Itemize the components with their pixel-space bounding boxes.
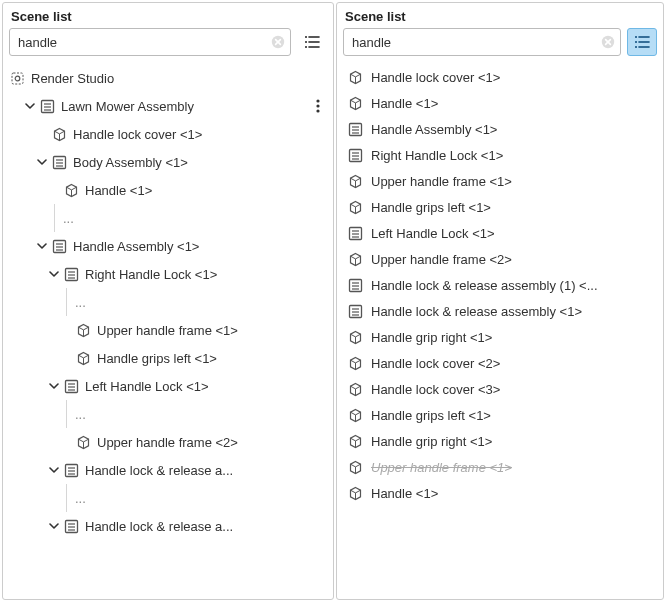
list-item[interactable]: Handle grip right <1> (337, 324, 663, 350)
flat-list-toggle[interactable] (627, 28, 657, 56)
list-item[interactable]: Handle <1> (337, 90, 663, 116)
tree-row[interactable]: Right Handle Lock <1> (3, 260, 333, 288)
tree-scroll-area[interactable]: Render StudioLawn Mower AssemblyHandle l… (3, 62, 333, 599)
chevron-down-icon[interactable] (47, 519, 61, 533)
list-item-label: Handle <1> (371, 96, 655, 111)
tree-row[interactable]: ... (3, 204, 333, 232)
part-icon (51, 126, 67, 142)
list-item-label: Handle Assembly <1> (371, 122, 655, 137)
tree-row[interactable]: Handle Assembly <1> (3, 232, 333, 260)
search-input[interactable] (343, 28, 621, 56)
tree-root-label: Render Studio (31, 71, 327, 86)
tree-row[interactable]: Handle lock & release a... (3, 456, 333, 484)
tree-row[interactable]: Body Assembly <1> (3, 148, 333, 176)
part-icon (347, 433, 363, 449)
list-item[interactable]: Handle grips left <1> (337, 194, 663, 220)
list-item[interactable]: Upper handle frame <2> (337, 246, 663, 272)
list-item[interactable]: Handle lock cover <3> (337, 376, 663, 402)
tree-ellipsis: ... (75, 407, 327, 422)
tree-item-label: Upper handle frame <1> (97, 323, 327, 338)
part-icon (347, 95, 363, 111)
part-icon (75, 434, 91, 450)
tree-item-label: Handle grips left <1> (97, 351, 327, 366)
list-item[interactable]: Left Handle Lock <1> (337, 220, 663, 246)
list-item[interactable]: Handle lock cover <1> (337, 64, 663, 90)
tree-row[interactable]: Upper handle frame <1> (3, 316, 333, 344)
chevron-down-icon[interactable] (35, 155, 49, 169)
list-item-label: Right Handle Lock <1> (371, 148, 655, 163)
list-item[interactable]: Handle <1> (337, 480, 663, 506)
list-item-label: Left Handle Lock <1> (371, 226, 655, 241)
list-item-label: Handle lock cover <3> (371, 382, 655, 397)
chevron-down-icon[interactable] (35, 239, 49, 253)
list-item[interactable]: Right Handle Lock <1> (337, 142, 663, 168)
tree-row[interactable]: Left Handle Lock <1> (3, 372, 333, 400)
tree-row[interactable]: ... (3, 484, 333, 512)
isolate-icon[interactable] (309, 97, 327, 115)
tree-item-label: Lawn Mower Assembly (61, 99, 305, 114)
clear-search-icon[interactable] (599, 33, 617, 51)
list-item-label: Handle lock & release assembly (1) <... (371, 278, 655, 293)
svg-point-45 (635, 46, 637, 48)
svg-rect-7 (12, 73, 23, 84)
list-item-label: Handle grip right <1> (371, 330, 655, 345)
list-item-label: Upper handle frame <1> (371, 460, 655, 475)
svg-point-5 (305, 46, 307, 48)
tree-row[interactable]: Handle lock cover <1> (3, 120, 333, 148)
list-item[interactable]: Upper handle frame <1> (337, 454, 663, 480)
tree-guide-line (47, 204, 61, 232)
list-item[interactable]: Handle Assembly <1> (337, 116, 663, 142)
chevron-down-icon[interactable] (47, 463, 61, 477)
assembly-icon (63, 378, 79, 394)
tree-guide-line (59, 400, 73, 428)
part-icon (347, 329, 363, 345)
svg-point-14 (316, 104, 319, 107)
tree-row[interactable]: Handle lock & release a... (3, 512, 333, 540)
tree-item-label: Handle <1> (85, 183, 327, 198)
tree-row[interactable]: Handle <1> (3, 176, 333, 204)
flat-list-toggle[interactable] (297, 28, 327, 56)
chevron-down-icon[interactable] (47, 267, 61, 281)
tree-row[interactable]: Upper handle frame <2> (3, 428, 333, 456)
tree-row[interactable]: Handle grips left <1> (3, 344, 333, 372)
part-icon (347, 459, 363, 475)
list-item[interactable]: Handle grip right <1> (337, 428, 663, 454)
part-icon (347, 355, 363, 371)
scene-list-panel-tree: Scene list Render StudioLawn Mower (2, 2, 334, 600)
clear-search-icon[interactable] (269, 33, 287, 51)
tree-root[interactable]: Render Studio (3, 64, 333, 92)
list-item[interactable]: Upper handle frame <1> (337, 168, 663, 194)
tree-ellipsis: ... (75, 491, 327, 506)
list-item-label: Handle grips left <1> (371, 408, 655, 423)
tree-row[interactable]: ... (3, 288, 333, 316)
list-item[interactable]: Handle lock & release assembly <1> (337, 298, 663, 324)
assembly-icon (347, 303, 363, 319)
part-icon (63, 182, 79, 198)
scene-list-panel-flat: Scene list Handle lock cover <1>Ha (336, 2, 664, 600)
assembly-icon (347, 121, 363, 137)
list-item-label: Upper handle frame <2> (371, 252, 655, 267)
tree-row[interactable]: ... (3, 400, 333, 428)
tree-ellipsis: ... (75, 295, 327, 310)
chevron-down-icon[interactable] (47, 379, 61, 393)
panel-title: Scene list (3, 3, 333, 28)
search-field-wrap (9, 28, 291, 56)
svg-point-41 (635, 36, 637, 38)
list-item[interactable]: Handle grips left <1> (337, 402, 663, 428)
list-item-label: Handle grip right <1> (371, 434, 655, 449)
svg-point-15 (316, 109, 319, 112)
tree-item-label: Handle Assembly <1> (73, 239, 327, 254)
part-icon (347, 381, 363, 397)
assembly-icon (51, 238, 67, 254)
flat-list-scroll-area[interactable]: Handle lock cover <1>Handle <1>Handle As… (337, 62, 663, 599)
list-item-label: Handle grips left <1> (371, 200, 655, 215)
chevron-down-icon[interactable] (23, 99, 37, 113)
assembly-icon (347, 147, 363, 163)
tree-item-label: Handle lock & release a... (85, 519, 327, 534)
list-item[interactable]: Handle lock & release assembly (1) <... (337, 272, 663, 298)
tree-guide-line (59, 484, 73, 512)
list-item[interactable]: Handle lock cover <2> (337, 350, 663, 376)
tree-row[interactable]: Lawn Mower Assembly (3, 92, 333, 120)
search-input[interactable] (9, 28, 291, 56)
tree-item-label: Upper handle frame <2> (97, 435, 327, 450)
